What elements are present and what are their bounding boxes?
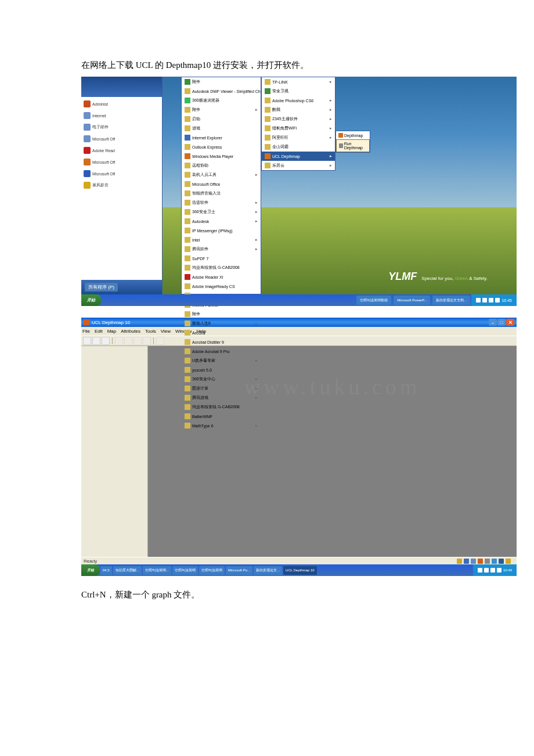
program-item[interactable]: 装机人员工具▸ [182, 170, 261, 179]
program-item[interactable]: Internet Explorer [182, 133, 261, 142]
start-menu[interactable]: Administ Internet 电子邮件 Microsoft Office … [81, 77, 163, 294]
program-item[interactable]: SuPDF 7 [182, 254, 261, 263]
start-button[interactable]: 开始 [81, 294, 101, 306]
program-item[interactable]: 腾讯软件▸ [182, 244, 261, 254]
toolbar-save-icon[interactable] [102, 337, 110, 345]
tray-icon[interactable] [497, 568, 501, 573]
program-item[interactable]: Intel▸ [182, 235, 261, 244]
taskbar-item[interactable]: 新的发现论文... [254, 566, 282, 575]
program-item[interactable]: 乐居云▸ [262, 161, 335, 170]
menu-view[interactable]: View [161, 329, 171, 334]
tray-icon[interactable] [490, 568, 495, 573]
program-item[interactable]: Autodesk▸ [182, 217, 261, 226]
program-item[interactable]: 附件 [182, 77, 261, 87]
program-item[interactable]: 游戏 [182, 124, 261, 133]
tray-icon[interactable] [506, 559, 511, 564]
close-button[interactable]: ✕ [506, 319, 514, 326]
system-tray[interactable]: 10:48 [473, 564, 517, 576]
toolbar-button[interactable] [134, 337, 142, 345]
start-menu-item[interactable]: Microsoft Office [82, 133, 115, 145]
program-item[interactable]: Autodesk DWF Viewer - Simplified Chinese [182, 87, 261, 96]
program-item[interactable]: 阿里旺旺▸ [262, 133, 335, 142]
toolbar-button[interactable] [143, 337, 151, 345]
program-item[interactable]: ArcGIS [182, 328, 261, 337]
app-sidebar[interactable] [81, 346, 148, 557]
program-item[interactable]: Microsoft Office [182, 179, 261, 189]
program-item[interactable]: 腾讯游戏▸ [182, 393, 261, 402]
toolbar-button[interactable] [156, 337, 164, 345]
programs-submenu-2[interactable]: TP-LINK▸ 安全卫视 Adobe Photoshop CS6▸ 酷我▸ 2… [261, 77, 335, 171]
taskbar-item[interactable]: Microsoft Po... [226, 566, 252, 575]
all-programs-button[interactable]: 所有程序 (P) [85, 283, 118, 291]
program-item[interactable]: Adobe Acrobat 9 Pro [182, 347, 261, 356]
program-item[interactable]: TP-LINK▸ [262, 77, 335, 87]
system-tray[interactable]: 10:45 [471, 294, 517, 306]
toolbar-open-icon[interactable] [92, 337, 100, 345]
taskbar-item[interactable]: 空间句法简明教程 [356, 296, 391, 305]
tray-icon[interactable] [495, 298, 500, 303]
tray-icon[interactable] [476, 298, 481, 303]
toolbar-button[interactable] [115, 337, 123, 345]
program-item[interactable]: 智能拼音输入法 [182, 189, 261, 198]
taskbar-item-depthmap[interactable]: UCL Depthmap 10 [283, 566, 316, 575]
taskbar-item[interactable]: 04.5 [100, 566, 112, 575]
start-button[interactable]: 开始 [81, 564, 100, 576]
program-item-ucl-depthmap[interactable]: UCL Depthmap▸ [262, 152, 335, 161]
menu-map[interactable]: Map [107, 329, 117, 334]
tray-icon[interactable] [464, 559, 469, 564]
program-item[interactable]: 远程协助 [182, 161, 261, 170]
taskbar-item[interactable]: 知识库大图解... [113, 566, 142, 575]
taskbar-item[interactable]: 空间句法简明... [143, 566, 171, 575]
program-item[interactable]: Adobe Photoshop CS6▸ [262, 96, 335, 105]
menu-file[interactable]: File [82, 329, 90, 334]
program-item[interactable]: BatterWMF [182, 412, 261, 421]
program-item[interactable]: yozosh 5.0 [182, 365, 261, 375]
taskbar-item[interactable]: Microsoft PowerP... [394, 296, 430, 305]
program-item[interactable]: 鸿业布线管线 G-CAB2008 [182, 402, 261, 412]
program-item[interactable]: 启动 [182, 114, 261, 124]
tray-icon[interactable] [471, 559, 476, 564]
program-item[interactable]: 驱动人生6▸ [182, 319, 261, 328]
programs-submenu-1[interactable]: 附件 Autodesk DWF Viewer - Simplified Chin… [181, 77, 261, 294]
start-menu-item[interactable]: 电子邮件 [82, 121, 115, 133]
program-item[interactable]: 酷我▸ [262, 105, 335, 114]
start-menu-item[interactable]: Microsoft Office Word 2007 [82, 168, 115, 179]
start-menu-item[interactable]: Adobe Reader XI [82, 145, 115, 156]
depthmap-menu-item[interactable]: Depthmap [336, 131, 370, 139]
program-item[interactable]: 2345主播软件▸ [262, 114, 335, 124]
lang-indicator-icon[interactable] [457, 559, 462, 564]
menu-tools[interactable]: Tools [145, 329, 156, 334]
start-menu-item[interactable]: Internet [82, 110, 115, 121]
program-item[interactable]: Outlook Express [182, 142, 261, 152]
maximize-button[interactable]: □ [497, 319, 506, 326]
tray-icon[interactable] [482, 298, 487, 303]
taskbar-item[interactable]: 空间句法简明 [172, 566, 198, 575]
toolbar-new-icon[interactable] [83, 337, 91, 345]
run-depthmap-menu-item[interactable]: Run Depthmap [336, 139, 370, 152]
taskbar-item[interactable]: 新的发现论文文档... [432, 296, 470, 305]
program-item[interactable]: 360安全中心▸ [182, 375, 261, 384]
tray-icon[interactable] [499, 559, 504, 564]
tray-icon[interactable] [492, 559, 497, 564]
tray-icon[interactable] [485, 559, 490, 564]
program-item[interactable]: 360安全卫士▸ [182, 207, 261, 217]
program-item[interactable]: MathType 6▸ [182, 421, 261, 430]
minimize-button[interactable]: – [489, 319, 497, 326]
tray-icon[interactable] [478, 568, 482, 573]
program-item[interactable]: 附件 [182, 309, 261, 319]
start-menu-item[interactable]: 暴风影音 [82, 179, 115, 191]
program-item[interactable]: 图形计算▸ [182, 384, 261, 393]
programs-submenu-depthmap[interactable]: Depthmap Run Depthmap [335, 131, 370, 153]
program-item[interactable]: U盘杀毒专家▸ [182, 356, 261, 365]
tray-icon[interactable] [478, 559, 483, 564]
tray-icon[interactable] [489, 298, 493, 303]
toolbar-button[interactable] [124, 337, 132, 345]
program-item[interactable]: Adobe ImageReady CS [182, 282, 261, 291]
taskbar-item[interactable]: 空间句法简明 [199, 566, 225, 575]
program-item[interactable]: 安全卫视 [262, 87, 335, 96]
program-item[interactable]: 金山词霸 [262, 142, 335, 152]
program-item[interactable]: 迅雷软件▸ [182, 198, 261, 207]
program-item[interactable]: 附件▸ [182, 105, 261, 114]
program-item[interactable]: IP Messenger (IPMsg) [182, 226, 261, 235]
program-item[interactable]: 鸿业布线管线 G-CAB2008 [182, 263, 261, 272]
